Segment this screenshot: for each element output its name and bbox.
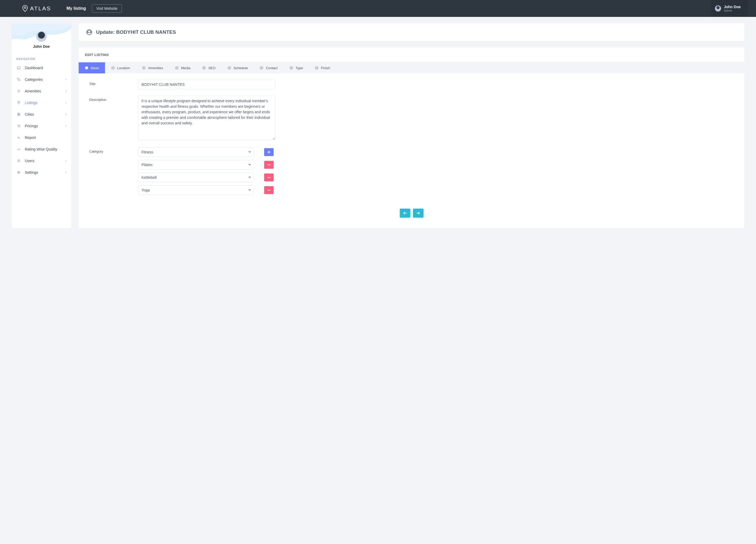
chevron-right-icon: › <box>65 124 66 128</box>
svg-point-26 <box>261 67 262 68</box>
sidebar-item-cities[interactable]: Cities› <box>12 108 71 120</box>
circle-dot-icon <box>259 66 264 70</box>
sidebar-item-label: Settings <box>25 170 65 174</box>
category-select[interactable]: Pilates <box>138 160 254 169</box>
user-circle-icon <box>84 66 89 70</box>
sidebar-item-listings[interactable]: Listings› <box>12 97 71 108</box>
brand-name: ATLAS <box>30 5 51 12</box>
previous-step-button[interactable] <box>400 208 410 217</box>
sidebar-item-label: Categories <box>25 77 65 82</box>
cart-icon <box>16 124 21 128</box>
category-row: Fitness <box>138 147 275 157</box>
crossed-icon <box>16 89 21 93</box>
circle-dot-icon <box>227 66 231 70</box>
svg-point-20 <box>176 67 177 68</box>
minus-icon <box>267 188 270 192</box>
page-title: BODYHIT CLUB NANTES <box>116 29 176 35</box>
svg-point-2 <box>18 78 18 79</box>
chevron-right-icon: › <box>65 89 66 93</box>
user-role: Admin <box>724 9 741 12</box>
svg-point-12 <box>88 30 90 32</box>
brand-logo[interactable]: ATLAS <box>22 5 51 12</box>
chevron-right-icon: › <box>65 78 66 81</box>
description-textarea[interactable]: It is a unique lifestyle program designe… <box>138 96 275 140</box>
sidebar-item-label: Rating Wise Quality <box>25 147 66 151</box>
remove-category-button[interactable] <box>264 186 274 194</box>
user-circle-icon <box>86 29 92 35</box>
svg-point-3 <box>18 102 19 103</box>
sidebar-item-label: Dashboard <box>25 66 66 70</box>
svg-point-22 <box>204 67 205 68</box>
tab-basic[interactable]: Basic <box>79 62 105 73</box>
sidebar-item-label: Pricings <box>25 124 65 128</box>
sidebar-item-amenities[interactable]: Amenities› <box>12 85 71 97</box>
pin-logo-icon <box>22 5 28 12</box>
tab-location[interactable]: Location <box>105 62 136 73</box>
svg-point-8 <box>17 172 18 172</box>
tab-label: Type <box>296 66 303 70</box>
category-row: Kettlebell <box>138 173 275 182</box>
edit-listing-card: EDIT LISTING BasicLocationAmenitiesMedia… <box>79 48 744 228</box>
sidebar-profile: John Doe <box>12 23 71 51</box>
tab-media[interactable]: Media <box>169 62 196 73</box>
tab-label: Location <box>117 66 130 70</box>
form-tabs: BasicLocationAmenitiesMediaSEOScheduleCo… <box>79 62 744 73</box>
tab-amenities[interactable]: Amenities <box>136 62 169 73</box>
tab-contact[interactable]: Contact <box>254 62 283 73</box>
gauge-icon <box>16 147 21 151</box>
category-row: Pilates <box>138 160 275 169</box>
form-heading: EDIT LISTING <box>79 48 744 62</box>
sidebar-item-pricings[interactable]: Pricings› <box>12 120 71 132</box>
chevron-right-icon: › <box>65 170 66 174</box>
arrow-right-icon <box>416 211 420 215</box>
minus-icon <box>267 176 270 179</box>
add-category-button[interactable] <box>264 148 274 156</box>
avatar <box>715 5 721 12</box>
svg-point-29 <box>315 67 318 69</box>
title-label: Title <box>89 80 127 89</box>
sidebar-item-categories[interactable]: Categories› <box>12 74 71 85</box>
page-header: Update: BODYHIT CLUB NANTES <box>79 23 744 41</box>
visit-website-button[interactable]: Visit Website <box>92 4 122 13</box>
monitor-icon <box>16 66 21 70</box>
sidebar-item-rating-wise-quality[interactable]: Rating Wise Quality <box>12 143 71 155</box>
title-input[interactable] <box>138 80 275 89</box>
nav-section-label: NAVIGATION <box>12 51 71 62</box>
pulse-icon <box>16 136 21 139</box>
user-menu[interactable]: John Doe Admin <box>711 0 748 17</box>
tab-finish[interactable]: Finish <box>309 62 336 73</box>
sidebar-item-dashboard[interactable]: Dashboard <box>12 62 71 74</box>
remove-category-button[interactable] <box>264 173 274 181</box>
sidebar-item-label: Report <box>25 135 66 140</box>
sidebar-item-users[interactable]: Users› <box>12 155 71 167</box>
tab-label: Finish <box>321 66 330 70</box>
tag-icon <box>16 78 21 81</box>
category-select[interactable]: Kettlebell <box>138 173 254 182</box>
my-listing-link[interactable]: My listing <box>66 6 86 11</box>
category-select[interactable]: Fitness <box>138 147 254 157</box>
topbar: ATLAS My listing Visit Website John Doe … <box>0 0 756 17</box>
circle-dot-icon <box>111 66 115 70</box>
tab-type[interactable]: Type <box>283 62 309 73</box>
profile-name: John Doe <box>14 44 69 49</box>
remove-category-button[interactable] <box>264 161 274 169</box>
sidebar-item-report[interactable]: Report <box>12 132 71 143</box>
category-select[interactable]: Yoga <box>138 185 254 195</box>
globe-icon <box>16 112 21 116</box>
sidebar: John Doe NAVIGATION DashboardCategories›… <box>12 23 71 228</box>
sidebar-item-label: Amenities <box>25 89 65 93</box>
svg-point-14 <box>86 67 87 68</box>
svg-point-16 <box>112 67 113 68</box>
chevron-right-icon: › <box>65 159 66 163</box>
sidebar-item-label: Listings <box>25 101 65 105</box>
tab-seo[interactable]: SEO <box>196 62 221 73</box>
next-step-button[interactable] <box>413 208 424 217</box>
sidebar-item-settings[interactable]: Settings› <box>12 167 71 178</box>
tab-schedule[interactable]: Schedule <box>221 62 254 73</box>
tab-label: Amenities <box>148 66 163 70</box>
sidebar-item-label: Users <box>25 159 65 163</box>
svg-point-24 <box>229 67 230 68</box>
svg-point-6 <box>19 127 20 127</box>
category-label: Category <box>89 147 127 198</box>
user-name: John Doe <box>724 5 741 9</box>
